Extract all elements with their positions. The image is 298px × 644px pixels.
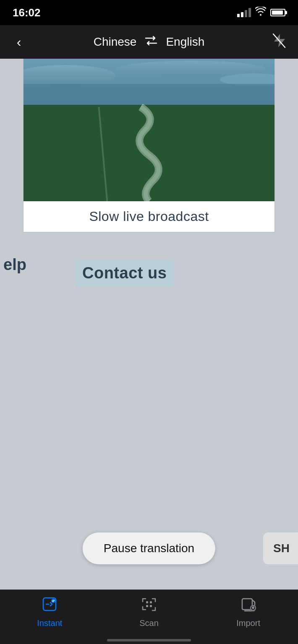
source-language[interactable]: Chinese [94,35,137,49]
status-bar: 16:02 [0,0,298,25]
tab-scan[interactable]: Scan [100,597,198,628]
elp-text: elp [3,256,26,273]
back-button[interactable]: ‹ [8,34,29,50]
target-language[interactable]: English [166,35,204,49]
svg-rect-5 [24,84,274,107]
status-icons [237,7,285,18]
svg-rect-11 [150,601,152,603]
tab-instant[interactable]: Instant [0,597,99,628]
svg-rect-7 [24,105,274,201]
pause-translation-button[interactable]: Pause translation [83,532,215,564]
signal-icon [237,8,251,17]
home-indicator [107,639,191,641]
instant-icon [42,597,57,615]
import-label: Import [236,618,260,628]
status-time: 16:02 [13,6,41,19]
flash-off-icon[interactable] [269,33,290,51]
pause-translation-container: Pause translation [83,532,215,564]
river-landscape-image [24,59,274,201]
main-content: Slow live broadcast elp Contact us Pause… [0,59,298,589]
svg-rect-12 [146,605,148,607]
tab-import[interactable]: Import [199,597,297,628]
sh-button[interactable]: SH [263,532,298,564]
contact-us-overlay: Contact us [76,260,173,286]
instant-label: Instant [37,618,62,628]
image-caption: Slow live broadcast [24,201,274,232]
svg-rect-10 [146,601,148,603]
battery-icon [270,9,285,16]
contact-us-text: Contact us [82,264,167,282]
caption-text: Slow live broadcast [89,209,209,224]
scan-icon [141,597,157,615]
svg-rect-13 [150,605,152,607]
swap-languages-icon[interactable] [144,35,158,49]
elp-overlay: elp [0,252,30,278]
wifi-icon [255,7,266,18]
nav-bar: ‹ Chinese English [0,25,298,59]
image-card: Slow live broadcast [23,59,275,232]
aerial-photo [24,59,274,201]
import-icon [241,597,256,615]
tab-bar: Instant Scan Import [0,589,298,644]
language-selector: Chinese English [29,35,269,49]
scan-label: Scan [139,618,159,628]
